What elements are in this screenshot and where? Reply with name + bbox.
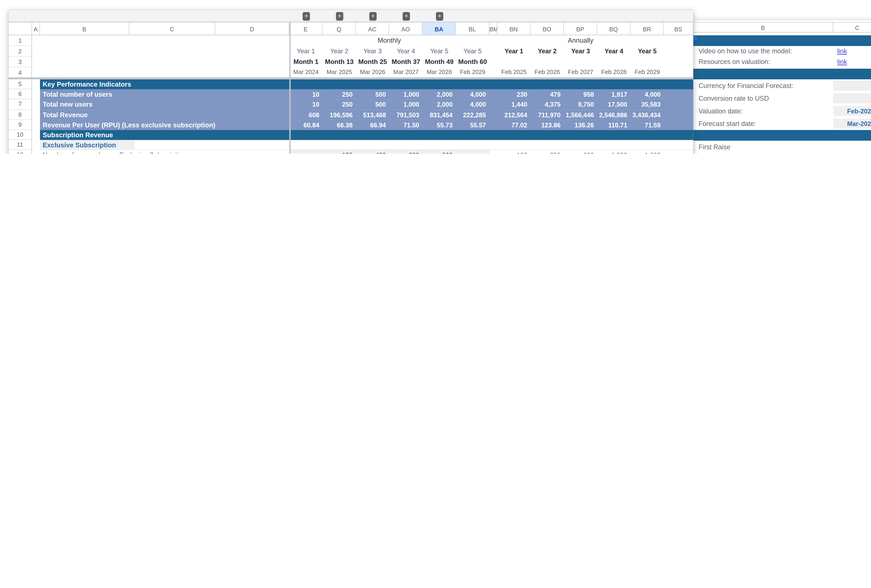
column-header-A[interactable]: A <box>32 22 40 35</box>
cell[interactable]: 2,000 <box>423 100 456 110</box>
column-header-BN[interactable]: BN <box>497 22 531 35</box>
column-header-BR[interactable]: BR <box>631 22 664 35</box>
row-label[interactable]: Currency for Financial Forecast: <box>699 81 832 91</box>
column-header-B[interactable]: B <box>693 22 834 33</box>
cell[interactable]: 17,500 <box>597 100 631 110</box>
cell[interactable]: 212,564 <box>497 110 531 120</box>
row-header-4[interactable]: 4 <box>9 67 32 78</box>
column-group-expand-button[interactable]: + <box>436 12 443 21</box>
column-header-D[interactable]: D <box>215 22 289 35</box>
row-label[interactable]: Exclusive Subscription <box>43 140 242 150</box>
column-group-expand-button[interactable]: + <box>403 12 410 21</box>
cell[interactable]: 2,000 <box>423 89 456 99</box>
cell[interactable]: 71.59 <box>631 120 664 130</box>
row-header-9[interactable]: 9 <box>9 120 32 130</box>
section-band-row[interactable]: Key Performance Indicators <box>40 79 693 89</box>
cell[interactable]: 711,970 <box>531 110 564 120</box>
cell[interactable]: 1,200 <box>631 150 664 154</box>
cell[interactable]: 479 <box>531 89 564 99</box>
cell[interactable]: 350 <box>531 150 564 154</box>
cell[interactable]: 196,596 <box>323 110 356 120</box>
cell[interactable]: 100 <box>497 150 531 154</box>
cell[interactable]: 600 <box>389 150 423 154</box>
row-header-12[interactable]: 12 <box>9 150 32 154</box>
cell[interactable]: 3,436,434 <box>631 110 664 120</box>
input-cell[interactable] <box>833 93 871 103</box>
cell[interactable]: 136.26 <box>564 120 597 130</box>
column-header-C[interactable]: C <box>129 22 215 35</box>
cell[interactable]: 4,000 <box>631 89 664 99</box>
row-header-5[interactable]: 5 <box>9 79 32 89</box>
row-header-8[interactable]: 8 <box>9 110 32 120</box>
column-header-C[interactable]: C <box>833 22 871 33</box>
cell[interactable]: 831,454 <box>423 110 456 120</box>
row-header-2[interactable]: 2 <box>9 46 32 57</box>
cell[interactable]: 55.73 <box>423 120 456 130</box>
row-label[interactable]: First Raise <box>699 142 832 152</box>
column-header-BQ[interactable]: BQ <box>597 22 631 35</box>
section-band-row[interactable] <box>693 69 871 79</box>
cell[interactable]: 500 <box>356 100 389 110</box>
cell[interactable]: 8,750 <box>564 100 597 110</box>
cell[interactable]: 123.86 <box>531 120 564 130</box>
row-header-6[interactable]: 6 <box>9 89 32 99</box>
cell[interactable]: 222,285 <box>456 110 489 120</box>
column-header-E[interactable]: E <box>289 22 323 35</box>
input-cell[interactable] <box>833 81 871 91</box>
row-header-3[interactable]: 3 <box>9 57 32 67</box>
cell[interactable]: 4,000 <box>456 89 489 99</box>
row-header-10[interactable]: 10 <box>9 130 32 140</box>
hyperlink[interactable]: link <box>837 46 871 56</box>
cell[interactable]: 35,583 <box>631 100 664 110</box>
cell[interactable]: 77.02 <box>497 120 531 130</box>
cell[interactable]: 4,375 <box>531 100 564 110</box>
cell[interactable]: 10 <box>289 100 323 110</box>
cell[interactable]: 1,000 <box>389 89 423 99</box>
column-header-BL[interactable]: BL <box>456 22 489 35</box>
column-group-expand-button[interactable]: + <box>336 12 343 21</box>
column-header-AO[interactable]: AO <box>389 22 423 35</box>
cell[interactable]: 250 <box>323 100 356 110</box>
cell[interactable]: 10 <box>289 89 323 99</box>
column-header-AC[interactable]: AC <box>356 22 389 35</box>
column-header-BA[interactable]: BA <box>423 22 456 35</box>
row-header-7[interactable]: 7 <box>9 100 32 110</box>
cell[interactable]: 60.84 <box>289 120 323 130</box>
column-header-Q[interactable]: Q <box>323 22 356 35</box>
cell[interactable]: 600 <box>423 150 456 154</box>
section-band-row[interactable] <box>693 130 871 141</box>
corner-cell[interactable] <box>9 22 32 35</box>
cell[interactable]: 1,000 <box>389 100 423 110</box>
cell[interactable]: 66.38 <box>323 120 356 130</box>
cell[interactable]: 230 <box>497 89 531 99</box>
cell[interactable]: 791,503 <box>389 110 423 120</box>
column-group-expand-button[interactable]: + <box>369 12 377 21</box>
row-label[interactable]: Resources on valuation: <box>699 57 832 67</box>
column-header-BP[interactable]: BP <box>564 22 597 35</box>
cell[interactable]: 150 <box>323 150 356 154</box>
column-header-BS[interactable]: BS <box>664 22 693 35</box>
row-header-11[interactable]: 11 <box>9 140 32 150</box>
cell[interactable]: 250 <box>323 89 356 99</box>
column-header-B[interactable]: B <box>40 22 129 35</box>
cell[interactable]: 1,440 <box>497 100 531 110</box>
row-label[interactable]: Video on how to use the model: <box>699 46 832 56</box>
cell[interactable]: 608 <box>289 110 323 120</box>
cell[interactable]: 110.71 <box>597 120 631 130</box>
row-label[interactable]: Conversion rate to USD <box>699 93 832 103</box>
cell[interactable]: 1,566,446 <box>564 110 597 120</box>
cell[interactable]: 513,468 <box>356 110 389 120</box>
row-label[interactable]: Forecast start date: <box>699 119 832 129</box>
cell[interactable]: 66.94 <box>356 120 389 130</box>
section-band-row[interactable] <box>693 35 871 46</box>
row-label[interactable]: Valuation date: <box>699 106 832 116</box>
cell[interactable]: 958 <box>564 89 597 99</box>
section-band-row[interactable]: Subscription Revenue <box>40 130 693 140</box>
cell[interactable]: 4,000 <box>456 100 489 110</box>
row-header-1[interactable]: 1 <box>9 35 32 46</box>
cell[interactable]: 2,546,886 <box>597 110 631 120</box>
column-header-BO[interactable]: BO <box>531 22 564 35</box>
cell[interactable]: 800 <box>564 150 597 154</box>
cell[interactable]: 55.57 <box>456 120 489 130</box>
cell[interactable]: 71.50 <box>389 120 423 130</box>
